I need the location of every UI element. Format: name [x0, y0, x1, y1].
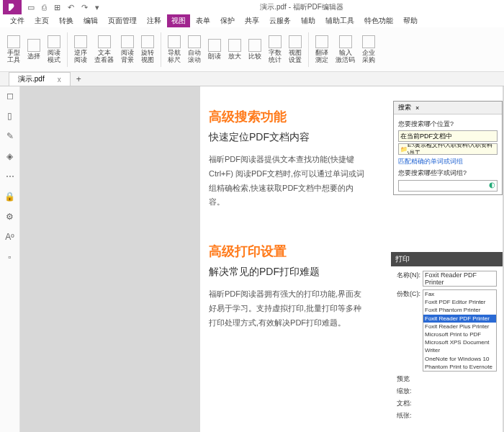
search-location-select[interactable]: 在当前PDF文档中: [398, 130, 498, 142]
printer-option[interactable]: Foxit Reader Plus Printer: [423, 323, 496, 330]
search-input[interactable]: [399, 181, 487, 191]
ribbon-icon-3: [74, 35, 87, 48]
layers-icon[interactable]: ◈: [5, 151, 15, 161]
ribbon-icon-1: [27, 39, 40, 52]
tab-label: 演示.pdf: [18, 74, 45, 84]
printer-option[interactable]: Phantom Print to Evernote: [423, 363, 496, 371]
search-match-option[interactable]: 匹配精确的单词或词组: [398, 157, 498, 166]
ribbon-icon-14: [315, 35, 328, 48]
menu-12[interactable]: 辅助工具: [321, 14, 359, 27]
search-panel-title: 搜索: [398, 103, 411, 112]
ribbon-13[interactable]: 视图设置: [286, 34, 305, 66]
ribbon-icon-4: [98, 35, 111, 48]
printer-option[interactable]: Foxit Reader PDF Printer: [423, 315, 496, 323]
printer-name-select[interactable]: Foxit Reader PDF Printer: [423, 271, 497, 287]
menu-13[interactable]: 特色功能: [360, 14, 397, 27]
printer-option[interactable]: Foxit PDF Editor Printer: [423, 298, 496, 306]
ribbon-10[interactable]: 放大: [225, 37, 244, 62]
ribbon-icon-7: [168, 35, 181, 48]
ribbon-9[interactable]: 朗读: [205, 37, 224, 62]
ribbon-icon-11: [248, 39, 261, 52]
qat-undo-icon[interactable]: ↶: [68, 3, 74, 12]
menu-7[interactable]: 表单: [192, 14, 215, 27]
printer-option[interactable]: OneNote for Windows 10: [423, 355, 496, 363]
ribbon-7[interactable]: 导航标尺: [165, 34, 184, 66]
left-sidebar: ◻ ▯ ✎ ◈ ⋯ 🔒 ⚙ Aº ▫: [0, 86, 20, 432]
workspace: ◻ ▯ ✎ ◈ ⋯ 🔒 ⚙ Aº ▫ 高级搜索功能 快速定位PDF文档内容 福昕…: [0, 86, 504, 432]
search-path-field[interactable]: 📁 E:\黄宗检文件\入职资料\入职资料\员工...: [398, 143, 498, 155]
ribbon-icon-8: [188, 35, 201, 48]
new-tab-button[interactable]: +: [76, 74, 81, 84]
scale-label: 缩放:: [397, 387, 423, 396]
menu-11[interactable]: 辅助: [297, 14, 320, 27]
menu-1[interactable]: 主页: [30, 14, 53, 27]
copies-label: 份数(C):: [397, 289, 423, 299]
menu-2[interactable]: 转换: [55, 14, 78, 27]
ribbon-0[interactable]: 手型工具: [4, 34, 23, 66]
printer-name-label: 名称(N):: [397, 271, 423, 280]
section1-body: 福昕PDF阅读器提供文本查找功能(快捷键Ctrl+F) 阅读PDF文档时,你可以…: [209, 153, 367, 210]
app-logo: [3, 0, 22, 14]
print-panel-title: 打印: [391, 252, 503, 266]
ribbon-6[interactable]: 旋转视图: [138, 34, 157, 66]
menu-5[interactable]: 注释: [143, 14, 166, 27]
printer-option[interactable]: Microsoft XPS Document Writer: [423, 338, 496, 354]
menubar: 文件主页转换编辑页面管理注释视图表单保护共享云服务辅助辅助工具特色功能帮助: [0, 14, 504, 27]
doc-label: 文档:: [397, 399, 423, 408]
signatures-icon[interactable]: ⚙: [5, 212, 15, 222]
printer-list[interactable]: FaxFoxit PDF Editor PrinterFoxit Phantom…: [423, 289, 497, 372]
qat-print-icon[interactable]: ⊞: [54, 3, 60, 12]
ribbon-12[interactable]: 字数统计: [266, 34, 284, 66]
search-panel-close-icon[interactable]: ×: [415, 104, 419, 112]
ribbon-15[interactable]: 输入激活码: [333, 34, 358, 66]
ribbon-icon-6: [141, 35, 154, 48]
ribbon-5[interactable]: 阅读背景: [118, 34, 137, 66]
ribbon-2[interactable]: 阅读模式: [45, 34, 63, 66]
ribbon-14[interactable]: 翻译测定: [312, 34, 331, 66]
ribbon-11[interactable]: 比较: [246, 37, 264, 62]
ribbon-icon-13: [289, 35, 302, 48]
printer-option[interactable]: Microsoft Print to PDF: [423, 330, 496, 338]
ribbon-icon-15: [339, 35, 352, 48]
ribbon-icon-9: [208, 39, 221, 52]
qat-save-icon[interactable]: ⎙: [42, 3, 47, 12]
document-tabbar: 演示.pdf x +: [0, 72, 504, 86]
ribbon-4[interactable]: 文本查看器: [91, 34, 117, 66]
menu-0[interactable]: 文件: [6, 14, 29, 27]
search-go-icon[interactable]: ◐: [487, 181, 497, 191]
ribbon-16[interactable]: 企业采购: [359, 34, 378, 66]
ribbon-icon-10: [228, 39, 241, 52]
ribbon-3[interactable]: 逆序阅读: [71, 34, 90, 66]
printer-option[interactable]: Fax: [423, 290, 496, 298]
document-tab[interactable]: 演示.pdf x: [9, 72, 71, 86]
qat-open-icon[interactable]: ▭: [27, 3, 35, 12]
attachments-icon[interactable]: ⋯: [5, 171, 15, 181]
menu-14[interactable]: 帮助: [399, 14, 422, 27]
ribbon-icon-12: [269, 35, 282, 48]
printer-option[interactable]: Foxit Phantom Printer: [423, 306, 496, 314]
pdf-page: 高级搜索功能 快速定位PDF文档内容 福昕PDF阅读器提供文本查找功能(快捷键C…: [200, 86, 503, 432]
document-canvas[interactable]: 高级搜索功能 快速定位PDF文档内容 福昕PDF阅读器提供文本查找功能(快捷键C…: [20, 86, 504, 432]
menu-3[interactable]: 编辑: [79, 14, 102, 27]
menu-10[interactable]: 云服务: [265, 14, 295, 27]
preview-label: 预览: [397, 374, 423, 384]
qat-redo-icon[interactable]: ↷: [81, 3, 88, 12]
ribbon-icon-5: [121, 35, 134, 48]
menu-9[interactable]: 共享: [240, 14, 264, 27]
security-icon[interactable]: 🔒: [5, 192, 15, 202]
comments-icon[interactable]: ✎: [5, 131, 15, 141]
menu-4[interactable]: 页面管理: [104, 14, 141, 27]
tags-icon[interactable]: Aº: [5, 232, 15, 242]
ribbon-icon-0: [7, 35, 20, 48]
search-term-label: 您要搜索哪些字或词组?: [398, 168, 498, 178]
tab-close-icon[interactable]: x: [58, 76, 61, 84]
window-title: 演示.pdf - 福昕PDF编辑器: [99, 2, 504, 12]
menu-8[interactable]: 保护: [216, 14, 239, 27]
ribbon-icon-2: [48, 35, 60, 48]
pages-icon[interactable]: ▯: [5, 111, 15, 121]
ribbon-1[interactable]: 选择: [24, 37, 43, 62]
ribbon-8[interactable]: 自动滚动: [185, 34, 204, 66]
bookmark-icon[interactable]: ◻: [5, 91, 15, 101]
more-icon[interactable]: ▫: [5, 252, 15, 262]
menu-6[interactable]: 视图: [167, 14, 190, 27]
